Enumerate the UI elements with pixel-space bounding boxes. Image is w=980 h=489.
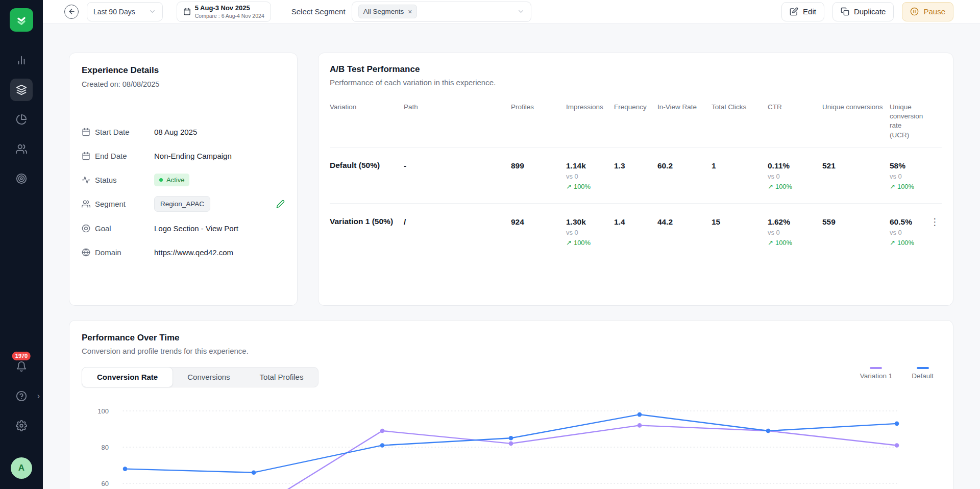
header-actions: Edit Duplicate Pause xyxy=(781,2,953,21)
line-chart: 1008060 xyxy=(82,397,941,489)
svg-text:100: 100 xyxy=(97,407,109,415)
main-content: Experience Details Created on: 08/08/202… xyxy=(43,23,980,489)
table-row: Variation 1 (50%) / 924 1.30k vs 0 ↗100%… xyxy=(330,203,942,259)
pencil-icon xyxy=(790,7,798,16)
field-status: Status Active xyxy=(82,172,285,187)
app-logo[interactable] xyxy=(10,8,33,32)
sidebar-item-audiences[interactable] xyxy=(10,138,33,160)
users-icon xyxy=(82,200,90,208)
target-icon xyxy=(82,224,90,233)
experience-details-title: Experience Details xyxy=(82,65,285,76)
legend-variation-1: Variation 1 xyxy=(860,367,893,380)
time-range-value: Last 90 Days xyxy=(93,8,135,16)
ctr-cell: 0.11% vs 0 ↗100% xyxy=(768,161,822,190)
activity-icon xyxy=(82,176,90,184)
ucr-cell: 58% vs 0 ↗100% xyxy=(890,161,925,190)
status-dot xyxy=(159,178,163,182)
segment-value-chip[interactable]: Region_APAC xyxy=(154,196,210,212)
end-date-value: Non-Ending Campaign xyxy=(154,152,232,160)
pause-circle-icon xyxy=(910,7,919,16)
field-end-date: End Date Non-Ending Campaign xyxy=(82,148,285,163)
status-badge: Active xyxy=(154,174,189,186)
unique-conversions-cell: 559 xyxy=(822,217,890,247)
col-header: Frequency xyxy=(614,103,657,140)
duplicate-button-label: Duplicate xyxy=(854,7,886,16)
field-start-date: Start Date 08 Aug 2025 xyxy=(82,124,285,139)
segment-select[interactable]: All Segments × xyxy=(352,2,531,22)
total-clicks-cell: 1 xyxy=(712,161,768,190)
col-header: Unique conversions xyxy=(822,103,890,140)
frequency-cell: 1.4 xyxy=(614,217,657,247)
layers-icon xyxy=(16,84,27,95)
edit-segment-button[interactable] xyxy=(276,200,285,208)
sidebar-bottom: 1970 › A xyxy=(10,355,33,479)
calendar-icon xyxy=(183,8,191,15)
trend-up-icon: ↗ xyxy=(768,183,773,190)
variation-name: Default (50%) xyxy=(330,161,404,190)
sidebar-item-goals[interactable] xyxy=(10,167,33,190)
duplicate-button[interactable]: Duplicate xyxy=(832,2,894,21)
notification-badge: 1970 xyxy=(12,351,31,361)
close-icon[interactable]: × xyxy=(408,8,412,15)
edit-button[interactable]: Edit xyxy=(781,2,824,21)
date-range-picker[interactable]: 5 Aug-3 Nov 2025 Compare : 6 Aug-4 Nov 2… xyxy=(177,2,271,22)
field-label: Start Date xyxy=(95,128,130,136)
segment-chip-label: All Segments xyxy=(363,8,404,15)
tab-total-profiles[interactable]: Total Profiles xyxy=(245,368,318,387)
variation-name: Variation 1 (50%) xyxy=(330,217,404,247)
frequency-cell: 1.3 xyxy=(614,161,657,190)
legend-swatch-blue xyxy=(917,367,929,369)
back-button[interactable] xyxy=(64,5,79,19)
ucr-cell: 60.5% vs 0 ↗100% xyxy=(890,217,925,247)
performance-subtitle: Conversion and profile trends for this e… xyxy=(82,347,941,356)
ab-test-subtitle: Performance of each variation in this ex… xyxy=(330,78,942,87)
brand-mark-icon xyxy=(15,13,28,27)
start-date-value: 08 Aug 2025 xyxy=(154,128,197,136)
pause-button-label: Pause xyxy=(923,7,945,16)
field-label: Domain xyxy=(95,248,121,257)
col-header: Profiles xyxy=(511,103,566,140)
table-row: Default (50%) - 899 1.14k vs 0 ↗100% 1.3… xyxy=(330,147,942,203)
ab-test-title: A/B Test Performance xyxy=(330,64,942,75)
sidebar-item-reports[interactable] xyxy=(10,108,33,131)
col-header: Path xyxy=(404,103,511,140)
top-header: Last 90 Days 5 Aug-3 Nov 2025 Compare : … xyxy=(43,0,980,23)
field-domain: Domain https://www.qed42.com xyxy=(82,244,285,260)
created-on-text: Created on: 08/08/2025 xyxy=(82,80,285,88)
pause-button[interactable]: Pause xyxy=(902,2,953,21)
in-view-rate-cell: 60.2 xyxy=(657,161,712,190)
time-range-select[interactable]: Last 90 Days xyxy=(87,2,163,21)
expand-sidebar-chevron-icon[interactable]: › xyxy=(37,392,40,400)
segment-select-label: Select Segment xyxy=(291,7,346,16)
ab-test-table: Variation Path Profiles Impressions Freq… xyxy=(330,103,942,259)
in-view-rate-cell: 44.2 xyxy=(657,217,712,247)
trend-up-icon: ↗ xyxy=(566,239,572,247)
help-circle-icon xyxy=(16,390,27,402)
sidebar-item-experiences[interactable] xyxy=(10,79,33,101)
chart-legend: Variation 1 Default xyxy=(860,367,941,380)
experience-details-card: Experience Details Created on: 08/08/202… xyxy=(69,53,298,306)
legend-default: Default xyxy=(912,367,934,380)
trend-up-icon: ↗ xyxy=(890,183,895,190)
tab-conversions[interactable]: Conversions xyxy=(173,368,244,387)
svg-text:60: 60 xyxy=(102,480,109,487)
trend-up-icon: ↗ xyxy=(890,239,895,247)
user-avatar[interactable]: A xyxy=(11,457,32,479)
pie-chart-icon xyxy=(16,114,27,125)
unique-conversions-cell: 521 xyxy=(822,161,890,190)
ab-test-card: A/B Test Performance Performance of each… xyxy=(318,53,953,306)
settings-button[interactable] xyxy=(10,414,33,437)
sidebar: 1970 › A xyxy=(0,0,43,489)
col-header: CTR xyxy=(768,103,822,140)
path-cell: - xyxy=(404,161,511,190)
tab-conversion-rate[interactable]: Conversion Rate xyxy=(82,367,173,387)
calendar-icon xyxy=(82,152,90,160)
row-actions-kebab[interactable]: ⋮ xyxy=(928,217,942,227)
chart-tabs: Conversion Rate Conversions Total Profil… xyxy=(82,367,318,387)
field-goal: Goal Logo Section - View Port xyxy=(82,221,285,236)
sidebar-item-analytics[interactable] xyxy=(10,49,33,71)
calendar-icon xyxy=(82,128,90,136)
help-button[interactable] xyxy=(10,385,33,407)
arrow-left-icon xyxy=(68,8,76,15)
notifications-button[interactable]: 1970 xyxy=(10,355,33,378)
